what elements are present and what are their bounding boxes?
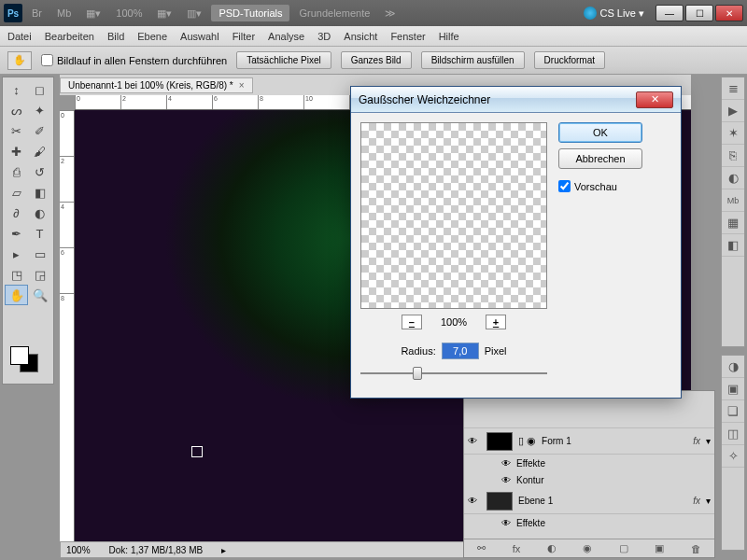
zoom-in-button[interactable]: + bbox=[486, 315, 506, 329]
ok-button[interactable]: OK bbox=[558, 122, 642, 143]
heal-tool-icon[interactable]: ✚ bbox=[5, 141, 28, 161]
history-brush-icon[interactable]: ↺ bbox=[28, 161, 51, 182]
layer-thumbnail[interactable] bbox=[486, 492, 513, 511]
layer-name[interactable]: Form 1 bbox=[542, 436, 571, 446]
view-icon[interactable]: ▦▾ bbox=[151, 6, 177, 21]
arrange-icon[interactable]: ▥▾ bbox=[181, 6, 207, 21]
foreground-color-swatch[interactable] bbox=[10, 346, 29, 365]
cs-live[interactable]: CS Live ▾ bbox=[584, 7, 644, 20]
document-tab[interactable]: Unbenannt-1 bei 100% (Kreis, RGB/8) * × bbox=[60, 77, 253, 93]
fit-screen-button[interactable]: Ganzes Bild bbox=[341, 51, 412, 69]
menu-auswahl[interactable]: Auswahl bbox=[180, 31, 219, 42]
paths-icon[interactable]: ✧ bbox=[722, 445, 744, 468]
window-minimize-button[interactable]: — bbox=[655, 5, 684, 21]
zoom-out-button[interactable]: – bbox=[402, 315, 422, 329]
window-maximize-button[interactable]: ☐ bbox=[685, 5, 713, 21]
mask-icon[interactable]: ◐ bbox=[547, 542, 557, 554]
3d-camera-icon[interactable]: ◲ bbox=[28, 264, 51, 285]
workspace-grundelemente[interactable]: Grundelemente bbox=[293, 6, 375, 21]
swatches-panel-icon[interactable]: ▦ bbox=[722, 212, 744, 234]
adjust-icon[interactable]: ◉ bbox=[583, 542, 592, 554]
new-layer-icon[interactable]: ▣ bbox=[655, 542, 664, 554]
blur-tool-icon[interactable]: ∂ bbox=[5, 203, 28, 223]
stamp-tool-icon[interactable]: ⎙ bbox=[5, 161, 28, 182]
menu-ansicht[interactable]: Ansicht bbox=[344, 31, 377, 42]
dialog-titlebar[interactable]: Gaußscher Weichzeichner ✕ bbox=[351, 87, 681, 113]
mb-panel-icon[interactable]: Mb bbox=[722, 189, 744, 212]
filter-preview[interactable] bbox=[360, 122, 547, 309]
trash-icon[interactable]: 🗑 bbox=[691, 543, 701, 554]
layer-row[interactable]: 👁 Ebene 1 fx▾ bbox=[464, 488, 714, 514]
zoom-tool-icon[interactable]: 🔍 bbox=[28, 285, 51, 305]
3d-tool-icon[interactable]: ◳ bbox=[5, 264, 28, 285]
menu-bild[interactable]: Bild bbox=[107, 31, 124, 42]
status-chevron-icon[interactable]: ▸ bbox=[221, 545, 226, 555]
gradient-tool-icon[interactable]: ◧ bbox=[28, 182, 51, 203]
type-tool-icon[interactable]: T bbox=[28, 223, 51, 244]
print-size-button[interactable]: Druckformat bbox=[534, 51, 605, 69]
layers-icon[interactable]: ❏ bbox=[722, 400, 744, 423]
workspace-psd-tutorials[interactable]: PSD-Tutorials bbox=[211, 5, 289, 21]
path-select-icon[interactable]: ▸ bbox=[5, 244, 28, 264]
marquee-tool-icon[interactable]: ◻ bbox=[28, 79, 51, 100]
zoom-level[interactable]: 100% bbox=[110, 6, 148, 21]
dodge-tool-icon[interactable]: ◐ bbox=[28, 203, 51, 223]
fx-icon[interactable]: fx bbox=[513, 543, 521, 554]
brushes-panel-icon[interactable]: ✶ bbox=[722, 122, 744, 145]
color-panel-icon[interactable]: ◐ bbox=[722, 167, 744, 189]
adjustments-icon[interactable]: ◑ bbox=[722, 356, 744, 378]
more-icon[interactable]: ≫ bbox=[379, 6, 402, 21]
history-panel-icon[interactable]: ≣ bbox=[722, 77, 744, 100]
scroll-all-windows-checkbox[interactable]: Bildlauf in allen Fenstern durchführen bbox=[41, 54, 227, 66]
bridge-button[interactable]: Br bbox=[26, 6, 48, 21]
cancel-button[interactable]: Abbrechen bbox=[558, 148, 642, 169]
close-icon[interactable]: × bbox=[239, 80, 245, 91]
menu-datei[interactable]: Datei bbox=[7, 31, 32, 42]
mb-button[interactable]: Mb bbox=[51, 6, 77, 21]
eyedropper-tool-icon[interactable]: ✐ bbox=[28, 120, 51, 141]
status-zoom[interactable]: 100% bbox=[66, 545, 91, 555]
link-icon[interactable]: ⚯ bbox=[477, 542, 486, 554]
hand-tool-icon[interactable]: ✋ bbox=[5, 285, 28, 305]
layer-effects[interactable]: 👁Effekte bbox=[464, 455, 714, 471]
visibility-icon[interactable]: 👁 bbox=[501, 475, 511, 485]
menu-filter[interactable]: Filter bbox=[233, 31, 255, 42]
move-tool-icon[interactable]: ↕ bbox=[5, 79, 28, 100]
window-close-button[interactable]: ✕ bbox=[715, 5, 743, 21]
screen-mode-icon[interactable]: ▦▾ bbox=[80, 6, 106, 21]
visibility-icon[interactable]: 👁 bbox=[501, 458, 511, 469]
layer-effect-kontur[interactable]: 👁Kontur bbox=[464, 471, 714, 488]
radius-slider[interactable] bbox=[360, 365, 547, 382]
menu-3d[interactable]: 3D bbox=[317, 31, 331, 42]
menu-ebene[interactable]: Ebene bbox=[137, 31, 167, 42]
wand-tool-icon[interactable]: ✦ bbox=[28, 100, 51, 120]
pen-tool-icon[interactable]: ✒ bbox=[5, 223, 28, 244]
dialog-close-button[interactable]: ✕ bbox=[636, 91, 673, 108]
fill-screen-button[interactable]: Bildschirm ausfüllen bbox=[421, 51, 525, 69]
menu-fenster[interactable]: Fenster bbox=[390, 31, 425, 42]
channels-icon[interactable]: ◫ bbox=[722, 423, 744, 445]
fx-badge[interactable]: fx bbox=[693, 436, 700, 446]
eraser-tool-icon[interactable]: ▱ bbox=[5, 182, 28, 203]
actual-pixels-button[interactable]: Tatsächliche Pixel bbox=[236, 51, 331, 69]
folder-icon[interactable]: ▢ bbox=[619, 542, 628, 554]
crop-tool-icon[interactable]: ✂ bbox=[5, 120, 28, 141]
clone-panel-icon[interactable]: ⎘ bbox=[722, 145, 744, 167]
layer-name[interactable]: Ebene 1 bbox=[518, 496, 553, 506]
visibility-icon[interactable]: 👁 bbox=[468, 436, 481, 446]
preview-checkbox[interactable]: Vorschau bbox=[558, 180, 642, 192]
lasso-tool-icon[interactable]: ᔕ bbox=[5, 100, 28, 120]
layer-effects[interactable]: 👁Effekte bbox=[464, 514, 714, 531]
menu-hilfe[interactable]: Hilfe bbox=[439, 31, 459, 42]
visibility-icon[interactable]: 👁 bbox=[468, 496, 481, 506]
actions-panel-icon[interactable]: ▶ bbox=[722, 100, 744, 122]
fx-badge[interactable]: fx bbox=[693, 496, 700, 506]
radius-input[interactable] bbox=[442, 343, 479, 359]
visibility-icon[interactable]: 👁 bbox=[501, 518, 511, 528]
slider-thumb[interactable] bbox=[413, 367, 422, 380]
shape-tool-icon[interactable]: ▭ bbox=[28, 244, 51, 264]
menu-analyse[interactable]: Analyse bbox=[268, 31, 304, 42]
styles-panel-icon[interactable]: ◧ bbox=[722, 234, 744, 257]
current-tool-hand-icon[interactable]: ✋ bbox=[7, 51, 32, 70]
brush-tool-icon[interactable]: 🖌 bbox=[28, 141, 51, 161]
